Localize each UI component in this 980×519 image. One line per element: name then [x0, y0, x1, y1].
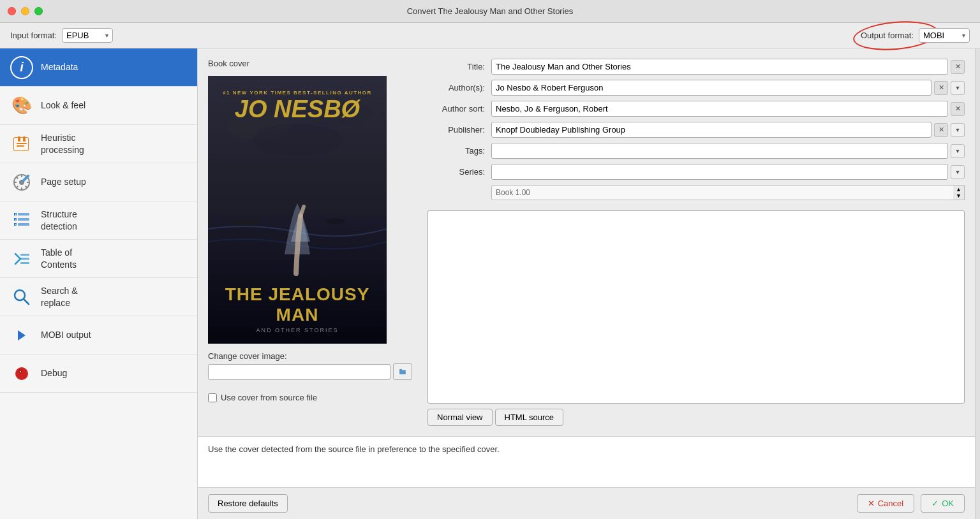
svg-rect-2 [18, 136, 20, 142]
author-sort-input[interactable] [491, 101, 948, 117]
format-bar: Input format: EPUB PDF MOBI AZW3 Output … [0, 23, 980, 48]
tags-dropdown-button[interactable]: ▼ [951, 144, 965, 158]
publisher-input[interactable] [491, 122, 932, 138]
publisher-input-wrapper: ✕ ▼ [491, 122, 965, 138]
cover-input-group [208, 363, 412, 380]
input-format-wrapper: EPUB PDF MOBI AZW3 [62, 28, 113, 43]
sidebar-item-heuristic[interactable]: Heuristicprocessing [0, 125, 197, 163]
ok-button[interactable]: ✓ OK [921, 494, 965, 513]
sidebar-label-structure: Structuredetection [41, 208, 77, 231]
title-clear-button[interactable]: ✕ [951, 60, 965, 74]
scrollbar[interactable] [975, 48, 980, 519]
html-source-button[interactable]: HTML source [495, 409, 564, 426]
book-number-input[interactable] [491, 185, 965, 200]
series-dropdown-button[interactable]: ▼ [951, 165, 965, 179]
look-feel-icon: 🎨 [10, 94, 33, 117]
authors-input[interactable] [491, 80, 932, 96]
folder-icon [399, 367, 406, 377]
input-format-select[interactable]: EPUB PDF MOBI AZW3 [62, 28, 113, 43]
close-button[interactable] [8, 7, 16, 15]
series-input[interactable] [491, 164, 948, 180]
book-number-spinner[interactable]: ▲▼ [953, 185, 965, 200]
metadata-icon: i [10, 56, 33, 79]
sidebar-item-toc[interactable]: Table ofContents [0, 240, 197, 278]
author-sort-clear-button[interactable]: ✕ [951, 102, 965, 116]
cover-browse-button[interactable] [393, 363, 412, 380]
main-panel: Book cover [198, 48, 975, 519]
sidebar-item-look-feel[interactable]: 🎨 Look & feel [0, 87, 197, 125]
mobi-output-icon [10, 324, 33, 347]
right-content: Book cover [198, 48, 980, 519]
svg-line-30 [24, 299, 29, 304]
view-buttons: Normal view HTML source [427, 409, 965, 426]
sidebar-item-page-setup[interactable]: Page setup [0, 163, 197, 201]
author-sort-row: Author sort: ✕ [427, 101, 965, 117]
description-text: Use the cover detected from the source f… [208, 444, 500, 454]
restore-defaults-button[interactable]: Restore defaults [208, 494, 288, 513]
use-source-checkbox[interactable] [208, 393, 217, 402]
cancel-button[interactable]: ✕ Cancel [857, 494, 914, 513]
authors-clear-button[interactable]: ✕ [934, 81, 948, 95]
svg-rect-5 [17, 145, 24, 147]
content-area: i Metadata 🎨 Look & feel [0, 48, 980, 519]
svg-rect-20 [18, 218, 29, 221]
maximize-button[interactable] [34, 7, 43, 15]
use-source-row: Use cover from source file [208, 393, 412, 402]
authors-input-wrapper: ✕ ▼ [491, 80, 965, 96]
publisher-row: Publisher: ✕ ▼ [427, 122, 965, 138]
cover-book-title: THE JEALOUSY MAN [218, 284, 376, 325]
heuristic-icon [10, 133, 33, 156]
normal-view-button[interactable]: Normal view [427, 409, 493, 426]
svg-rect-28 [20, 262, 29, 264]
svg-rect-22 [18, 223, 29, 226]
output-format-wrapper: MOBI EPUB PDF AZW3 [919, 28, 970, 43]
toc-icon [10, 247, 33, 270]
titlebar: Convert The Jealousy Man and Other Stori… [0, 0, 980, 23]
series-input-wrapper: ▼ [491, 164, 965, 180]
svg-rect-26 [20, 254, 29, 256]
publisher-label: Publisher: [427, 125, 491, 135]
tags-input[interactable] [491, 143, 948, 159]
svg-point-32 [15, 367, 28, 380]
description-bar: Use the cover detected from the source f… [198, 436, 975, 487]
svg-rect-18 [18, 213, 29, 216]
sidebar-item-search-replace[interactable]: Search &replace [0, 278, 197, 316]
publisher-dropdown-button[interactable]: ▼ [951, 123, 965, 137]
sidebar-label-metadata: Metadata [41, 61, 78, 73]
bottom-bar: Restore defaults ✕ Cancel ✓ OK [198, 487, 975, 519]
svg-rect-27 [20, 258, 29, 260]
sidebar-label-mobi-output: MOBI output [41, 329, 91, 340]
book-cover-label: Book cover [208, 59, 412, 68]
sidebar-item-debug[interactable]: Debug [0, 355, 197, 393]
author-sort-label: Author sort: [427, 104, 491, 113]
authors-label: Author(s): [427, 83, 491, 92]
title-input[interactable] [491, 59, 948, 75]
sidebar-label-search-replace: Search &replace [41, 285, 78, 308]
ok-check-icon: ✓ [932, 499, 939, 508]
authors-dropdown-button[interactable]: ▼ [951, 81, 965, 95]
metadata-fields: Title: ✕ Author(s): ✕ [427, 59, 965, 426]
sidebar-item-structure[interactable]: 1 2 3 Structuredetection [0, 201, 197, 240]
change-cover-row: Change cover image: [208, 351, 412, 380]
minimize-button[interactable] [21, 7, 29, 15]
output-format-select[interactable]: MOBI EPUB PDF AZW3 [919, 28, 970, 43]
svg-rect-4 [17, 143, 27, 144]
svg-text:1: 1 [15, 213, 17, 217]
sidebar-item-mobi-output[interactable]: MOBI output [0, 316, 197, 355]
action-buttons: ✕ Cancel ✓ OK [857, 494, 965, 513]
sidebar-item-metadata[interactable]: i Metadata [0, 48, 197, 87]
cover-image-input[interactable] [208, 364, 390, 380]
description-textarea[interactable] [427, 210, 965, 404]
window-controls [8, 7, 43, 15]
output-format-circle: Output format: MOBI EPUB PDF AZW3 [861, 28, 970, 43]
structure-icon: 1 2 3 [10, 209, 33, 232]
svg-point-34 [20, 371, 21, 372]
cover-book-subtitle: AND OTHER STORIES [256, 327, 339, 333]
svg-text:2: 2 [15, 218, 17, 222]
book-cover-image: #1 NEW YORK TIMES BEST-SELLING AUTHOR JO… [208, 76, 387, 344]
sidebar: i Metadata 🎨 Look & feel [0, 48, 198, 519]
output-format-label: Output format: [861, 31, 914, 40]
input-format-group: Input format: EPUB PDF MOBI AZW3 [10, 28, 113, 43]
publisher-clear-button[interactable]: ✕ [934, 123, 948, 137]
debug-icon [10, 362, 33, 385]
